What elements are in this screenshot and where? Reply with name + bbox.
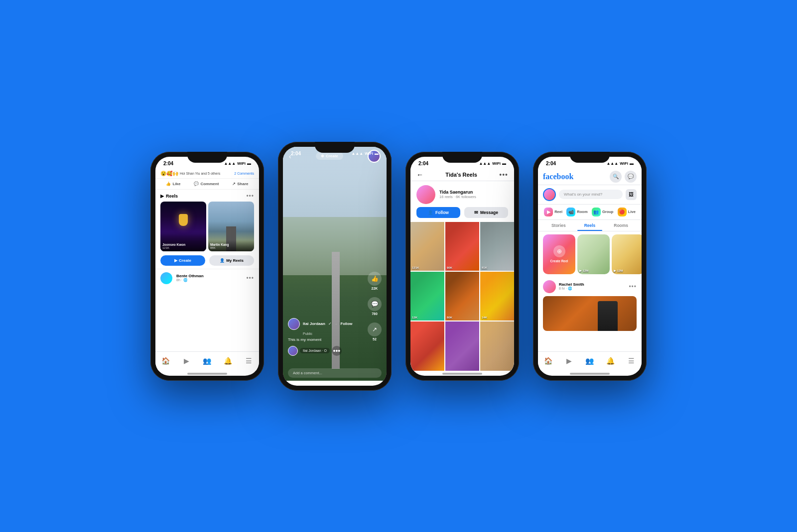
grid-item-4[interactable]: 12K (410, 272, 444, 320)
reel-creator-2: Martin Kang (210, 243, 252, 246)
create-reel-button[interactable]: ▶ Create (160, 255, 205, 266)
more-button[interactable]: ••• (332, 346, 342, 356)
wifi-icon: WiFi (237, 161, 246, 166)
reel-preview-1[interactable]: ▶ 12M (577, 234, 610, 274)
notification-left: 😮🥰🙌 Hoi Shan Yiu and 5 others (160, 171, 220, 176)
comment-button[interactable]: 💬 Comment (194, 182, 219, 186)
video-caption: This is my moment (288, 337, 362, 342)
grid-item-9[interactable] (480, 321, 514, 370)
bottom-nav-1: 🏠 ▶ 👥 🔔 ☰ (155, 351, 259, 371)
follow-button[interactable]: 👤 Follow (416, 207, 460, 218)
back-icon-3[interactable]: ← (416, 171, 423, 179)
grid-item-1[interactable]: 121K (410, 222, 444, 271)
nav-video-4[interactable]: ▶ (564, 356, 574, 366)
grid-item-6[interactable]: 14K (480, 272, 514, 320)
photo-add-button[interactable]: 🖼 (626, 189, 637, 200)
grid-item-7[interactable] (410, 321, 444, 370)
search-button[interactable]: 🔍 (610, 171, 622, 183)
phone4-content: facebook 🔍 💬 What's on your mind? 🖼 ▶ Re… (538, 169, 642, 351)
group-quick-action[interactable]: 👥 Group (592, 208, 614, 216)
nav-friends-4[interactable]: 👥 (585, 356, 595, 366)
phone-4-screen: 2:04 ▲▲▲ WiFi ▬ facebook 🔍 💬 W (538, 157, 642, 376)
post-more-icon-4[interactable]: ••• (629, 283, 637, 290)
comment-count: 780 (372, 312, 378, 316)
reels-icon: ▶ (160, 194, 164, 199)
share-button[interactable]: ↗ Share (232, 182, 248, 186)
room-quick-label: Room (577, 210, 587, 214)
profile-info-row: Tida Saengarun 16 reels · 6K followers (410, 181, 514, 207)
reel-item-2[interactable]: Martin Kang 88K (208, 202, 254, 251)
comments-count: 2 Comments (234, 172, 254, 175)
my-reels-label: My Reels (226, 258, 244, 263)
my-reels-button[interactable]: 👤 My Reels (209, 255, 254, 266)
nav-video[interactable]: ▶ (181, 356, 191, 366)
nav-bell-4[interactable]: 🔔 (606, 356, 616, 366)
post-info-4: Rachel Smith 8 hr · 🌐 (559, 282, 626, 291)
grid-item-5[interactable]: 80K (445, 272, 479, 320)
reel-preview-2[interactable]: ▶ 12M (612, 234, 642, 274)
tab-stories[interactable]: Stories (543, 220, 574, 231)
share-action[interactable]: ↗ 52 (368, 322, 382, 341)
reel-overlay-1: Joonseo Kwon 121K (160, 240, 206, 251)
nav-home[interactable]: 🏠 (161, 356, 171, 366)
tab-rooms[interactable]: Rooms (605, 220, 637, 231)
phone3-content: ← Tida's Reels ••• Tida Saengarun 16 ree… (410, 169, 514, 371)
grid-item-8[interactable] (445, 321, 479, 370)
notch-3 (442, 152, 482, 163)
phone-1: 2:04 ▲▲▲ WiFi ▬ 😮🥰🙌 Hoi Shan Yiu and 5 o… (150, 152, 264, 381)
post-author-4: Rachel Smith (559, 282, 626, 287)
live-quick-label: Live (628, 210, 636, 214)
status-icons-4: ▲▲▲ WiFi ▬ (606, 161, 634, 166)
follow-inline-button[interactable]: Follow (341, 321, 353, 326)
header-more-icon[interactable]: ••• (499, 171, 508, 179)
reel-quick-icon: ▶ (544, 208, 553, 216)
lantern-element (179, 214, 188, 226)
reel-item-1[interactable]: Joonseo Kwon 121K (160, 202, 206, 251)
comment-input[interactable]: Add a comment... (288, 368, 382, 378)
share-icon: ↗ (232, 182, 236, 186)
separator-dot: · (336, 322, 337, 325)
nav-friends[interactable]: 👥 (202, 356, 212, 366)
home-indicator-2 (315, 383, 355, 385)
post-more-icon[interactable]: ••• (246, 275, 254, 282)
post-image-preview (543, 296, 637, 331)
nav-bell[interactable]: 🔔 (223, 356, 233, 366)
like-button[interactable]: 👍 Like (166, 182, 180, 186)
nav-home-4[interactable]: 🏠 (543, 356, 553, 366)
nav-menu-4[interactable]: ☰ (626, 356, 636, 366)
group-quick-icon: 👥 (592, 208, 601, 216)
create-reel-plus-icon: ⊕ (553, 245, 565, 257)
post-author-name: Bente Othman (176, 274, 242, 278)
time-3: 2:04 (418, 161, 428, 166)
phones-container: 2:04 ▲▲▲ WiFi ▬ 😮🥰🙌 Hoi Shan Yiu and 5 o… (150, 142, 647, 391)
reels-title: ▶ Reels (160, 194, 178, 199)
grid-views-6: 14K (482, 316, 487, 319)
grid-item-2[interactable]: 90K (445, 222, 479, 271)
followers-count: 6K followers (456, 195, 476, 199)
messenger-button[interactable]: 💬 (625, 171, 637, 183)
create-reel-icon: ▶ (174, 258, 177, 263)
profile-meta: 16 reels · 6K followers (439, 195, 476, 199)
phone2-content: ‹ ⊕ Create 👍 22K 💬 780 (283, 147, 387, 381)
home-indicator-3 (442, 373, 482, 375)
grid-item-3[interactable]: 81K (480, 222, 514, 271)
reaction-emojis: 😮🥰🙌 (160, 171, 178, 176)
room-quick-action[interactable]: 📹 Room (566, 208, 587, 216)
comment-action[interactable]: 💬 780 (368, 297, 382, 316)
reels-more-icon[interactable]: ••• (246, 193, 254, 200)
create-reel-card[interactable]: ⊕ Create Reel (543, 234, 575, 274)
reel-preview-views-2: ▶ 12M (614, 269, 623, 272)
comment-bar: Add a comment... (288, 368, 382, 378)
like-action[interactable]: 👍 22K (368, 272, 382, 290)
message-button[interactable]: ✉ Message (464, 207, 508, 218)
stories-reels-rooms-tabs: Stories Reels Rooms (538, 220, 642, 231)
wifi-icon-3: WiFi (492, 161, 501, 166)
tab-reels[interactable]: Reels (574, 220, 606, 231)
reel-overlay-2: Martin Kang 88K (208, 240, 254, 251)
nav-menu[interactable]: ☰ (244, 356, 254, 366)
phone-3-screen: 2:04 ▲▲▲ WiFi ▬ ← Tida's Reels ••• Tida … (410, 157, 514, 376)
whats-on-mind-input[interactable]: What's on your mind? (559, 190, 623, 199)
live-quick-action[interactable]: 🔴 Live (618, 208, 636, 216)
share-count: 52 (373, 337, 377, 341)
reel-quick-action[interactable]: ▶ Reel (544, 208, 562, 216)
